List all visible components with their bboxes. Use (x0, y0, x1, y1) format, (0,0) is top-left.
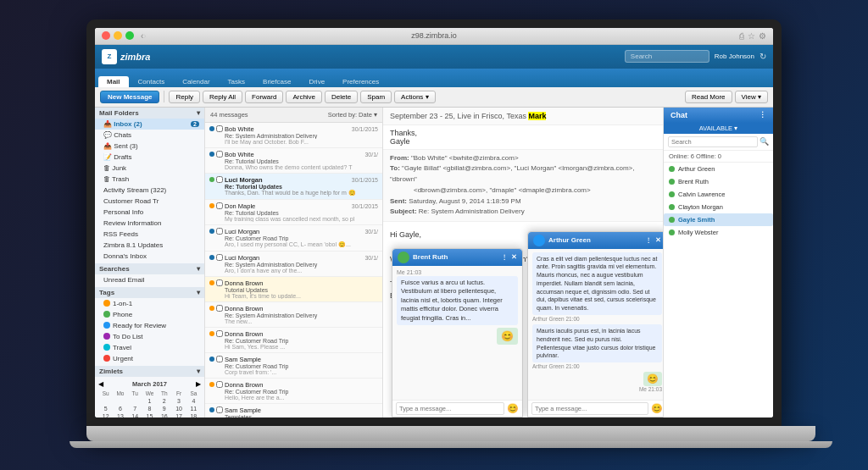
sidebar-item-drafts[interactable]: 📝 Drafts (95, 152, 204, 163)
sidebar-item-junk[interactable]: 🗑 Junk (95, 163, 204, 174)
mail-folders-header[interactable]: Mail Folders ▾ (95, 108, 204, 119)
cal-day-14[interactable]: 14 (128, 412, 142, 417)
cal-day-7[interactable]: 7 (128, 405, 142, 412)
bookmark-icon[interactable]: ☆ (748, 31, 755, 41)
cal-day-13[interactable]: 13 (113, 412, 127, 417)
list-item[interactable]: Donna Brown Re: System Administration De… (205, 302, 382, 328)
chat-popup1-close-icon[interactable]: ✕ (511, 253, 517, 261)
sidebar-item-chats[interactable]: 💬 Chats (95, 130, 204, 141)
chat-emoji-icon-arthur[interactable]: 😊 (651, 403, 663, 414)
msg-checkbox[interactable] (216, 254, 223, 261)
chat-popup-brent-header[interactable]: Brent Ruth ⋮ ✕ (392, 249, 522, 266)
searches-header[interactable]: Searches ▾ (95, 263, 204, 274)
cal-prev-icon[interactable]: ◀ (98, 380, 103, 388)
tab-briefcase[interactable]: Briefcase (254, 76, 299, 87)
cal-day-17[interactable]: 17 (171, 412, 186, 417)
actions-button[interactable]: Actions ▾ (394, 91, 435, 103)
chat-popup2-more-icon[interactable]: ⋮ (645, 236, 652, 244)
sidebar-item-activity[interactable]: Activity Stream (322) (95, 185, 204, 196)
tab-mail[interactable]: Mail (98, 76, 129, 87)
chat-search-input[interactable] (668, 136, 758, 147)
sidebar-item-donna-inbox[interactable]: Donna's Inbox (95, 251, 204, 262)
delete-button[interactable]: Delete (325, 91, 358, 103)
cal-day-8[interactable]: 8 (142, 405, 157, 412)
sidebar-item-rss[interactable]: RSS Feeds (95, 229, 204, 240)
maximize-button[interactable] (125, 31, 134, 40)
chat-status-bar[interactable]: AVAILABLE ▾ (664, 123, 773, 134)
sidebar-item-personal[interactable]: Personal Info (95, 207, 204, 218)
list-item[interactable]: Bob White 30/1/ Re: Tutorial Updates Don… (205, 148, 382, 174)
nav-forward-icon[interactable]: › (143, 31, 146, 41)
sidebar-item-sent[interactable]: 📤 Sent (3) (95, 141, 204, 152)
view-button[interactable]: View ▾ (735, 91, 768, 103)
cal-day-12[interactable]: 12 (98, 412, 113, 417)
msg-checkbox[interactable] (216, 151, 223, 158)
share-icon[interactable]: ⎙ (739, 31, 744, 41)
list-item[interactable]: Sam Sample Templates Just got back from … (205, 404, 382, 417)
chat-popup2-close-icon[interactable]: ✕ (655, 236, 661, 244)
zimlets-header[interactable]: Zimlets ▾ (95, 366, 204, 377)
chat-contact-gayle[interactable]: Gayle Smith (664, 213, 773, 226)
cal-day-16[interactable]: 16 (157, 412, 171, 417)
chat-input-arthur[interactable] (531, 402, 648, 415)
read-more-button[interactable]: Read More (685, 91, 732, 103)
msg-checkbox[interactable] (216, 356, 223, 362)
msg-checkbox[interactable] (216, 279, 223, 286)
cal-day-18[interactable]: 18 (186, 412, 201, 417)
list-item[interactable]: Bob White 30/1/2015 Re: System Administr… (205, 123, 382, 148)
chat-contact-molly[interactable]: Molly Webster (664, 226, 773, 239)
settings-icon[interactable]: ⚙ (759, 31, 766, 41)
cal-day-4[interactable]: 4 (186, 397, 201, 405)
cal-day-10[interactable]: 10 (171, 405, 186, 412)
cal-next-icon[interactable]: ▶ (196, 380, 201, 388)
archive-button[interactable]: Archive (286, 91, 322, 103)
msg-checkbox[interactable] (216, 176, 223, 183)
tag-travel[interactable]: Travel (95, 342, 204, 353)
tag-urgent[interactable]: Urgent (95, 353, 204, 364)
refresh-icon[interactable]: ↻ (760, 52, 766, 61)
cal-day-2[interactable]: 2 (157, 397, 171, 405)
tab-preferences[interactable]: Preferences (334, 76, 387, 87)
sidebar-item-inbox[interactable]: 📥 Inbox (2) 2 (95, 119, 204, 130)
new-message-button[interactable]: New Message (100, 91, 159, 103)
chat-contact-brent[interactable]: Brent Ruth (664, 175, 773, 188)
list-item[interactable]: Donna Brown Re: Customer Road Trip Hi Sa… (205, 328, 382, 353)
chat-popup-arthur-header[interactable]: Arthur Green ⋮ ✕ (528, 232, 663, 249)
chat-popup1-more-icon[interactable]: ⋮ (501, 253, 508, 261)
cal-day-3[interactable]: 3 (171, 397, 186, 405)
list-item[interactable]: Don Maple 30/1/2015 Re: Tutorial Updates… (205, 200, 382, 225)
cal-day-1[interactable]: 1 (142, 397, 157, 405)
tab-calendar[interactable]: Calendar (174, 76, 218, 87)
spam-button[interactable]: Spam (360, 91, 392, 103)
tags-header[interactable]: Tags ▾ (95, 287, 204, 298)
msg-checkbox[interactable] (216, 305, 223, 312)
list-item[interactable]: Luci Morgan 30/1/ Re: System Administrat… (205, 252, 382, 277)
header-search-box[interactable]: Search (625, 50, 709, 63)
reply-all-button[interactable]: Reply All (203, 91, 242, 103)
msg-checkbox[interactable] (216, 381, 223, 388)
tag-phone[interactable]: Phone (95, 309, 204, 320)
msg-checkbox[interactable] (216, 406, 223, 413)
cal-day-11[interactable]: 11 (186, 405, 201, 412)
minimize-button[interactable] (114, 31, 122, 40)
cal-day-6[interactable]: 6 (113, 405, 127, 412)
reply-button[interactable]: Reply (169, 91, 199, 103)
close-button[interactable] (102, 31, 110, 40)
list-item[interactable]: Sam Sample Re: Customer Road Trip Corp t… (205, 353, 382, 379)
msg-checkbox[interactable] (216, 202, 223, 209)
list-item[interactable]: Luci Morgan 30/1/2015 Re: Tutorial Updat… (205, 174, 382, 200)
tag-1on1[interactable]: 1-on-1 (95, 298, 204, 309)
msg-checkbox[interactable] (216, 330, 223, 337)
chat-contact-calvin[interactable]: Calvin Lawrence (664, 188, 773, 201)
list-item[interactable]: Donna Brown Tutorial Updates Hi Team, it… (205, 277, 382, 302)
chat-search-icon[interactable]: 🔍 (760, 137, 769, 146)
sort-by-label[interactable]: Sorted by: Date ▾ (328, 111, 377, 119)
cal-day-15[interactable]: 15 (142, 412, 157, 417)
list-item[interactable]: Luci Morgan 30/1/ Re: Customer Road Trip… (205, 225, 382, 252)
sidebar-item-customer[interactable]: Customer Road Tr (95, 196, 204, 207)
msg-checkbox[interactable] (216, 228, 223, 235)
tag-todo[interactable]: To Do List (95, 331, 204, 342)
sidebar-item-trash[interactable]: 🗑 Trash (95, 174, 204, 185)
forward-button[interactable]: Forward (245, 91, 283, 103)
tab-contacts[interactable]: Contacts (130, 76, 174, 87)
